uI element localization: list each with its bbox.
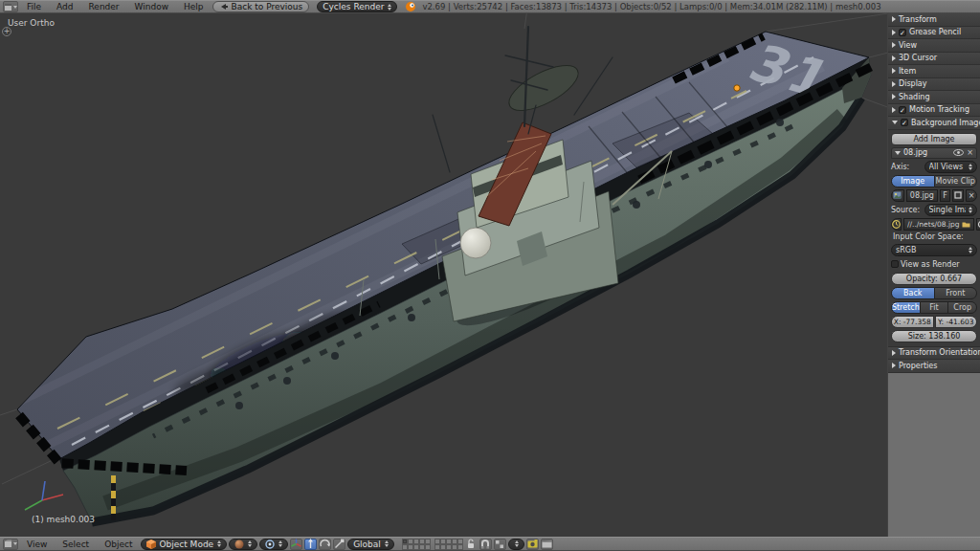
radome: [460, 228, 491, 258]
manipulator-toggle[interactable]: [290, 539, 302, 550]
panel-display[interactable]: Display: [888, 78, 980, 92]
offset-y-field[interactable]: Y: -41.603: [935, 316, 978, 328]
panel-view[interactable]: View: [888, 39, 980, 53]
panel-item[interactable]: Item: [888, 65, 980, 78]
rotate-icon: [320, 539, 330, 549]
translate-icon: [305, 539, 316, 549]
scale-icon: [334, 539, 345, 549]
object-mode-cube-icon: [146, 540, 156, 549]
rotate-manipulator-button[interactable]: [319, 539, 331, 550]
snap-increment-icon: [495, 540, 504, 549]
menu-window[interactable]: Window: [128, 2, 176, 11]
menu-file[interactable]: File: [20, 2, 48, 11]
pack-icon: [954, 191, 962, 199]
image-source-icon-button[interactable]: [891, 218, 902, 231]
back-button[interactable]: Back: [891, 287, 935, 299]
snap-target-select[interactable]: [508, 539, 524, 550]
single-image-icon: [892, 220, 901, 229]
camera-icon: [527, 540, 538, 548]
snap-toggle-button[interactable]: [479, 539, 492, 550]
properties-region: Transform Grease Pencil View 3D Cursor I…: [887, 13, 980, 537]
active-object-label: (1) mesh0.003: [32, 515, 95, 524]
axis-select[interactable]: All Views: [924, 161, 978, 173]
lock-to-scene-button[interactable]: [465, 539, 478, 550]
region-expand-icon[interactable]: +: [2, 27, 11, 36]
crop-button[interactable]: Crop: [948, 301, 977, 314]
editor-type-icon-3dview[interactable]: [3, 539, 18, 550]
shading-sphere-icon: [234, 540, 244, 549]
panel-transform-orientations[interactable]: Transform Orientations: [888, 347, 980, 361]
background-images-checkbox[interactable]: [901, 119, 908, 126]
image-name-field[interactable]: 08.jpg: [906, 189, 938, 202]
eye-icon[interactable]: [953, 149, 964, 156]
lock-icon: [466, 539, 476, 549]
layer-selector[interactable]: [402, 539, 463, 550]
viewport-shading-select[interactable]: [229, 539, 257, 550]
viewport-header: View Select Object Object Mode Glob: [0, 537, 980, 551]
fit-button[interactable]: Fit: [921, 301, 949, 314]
back-to-previous-button[interactable]: Back to Previous: [212, 1, 310, 12]
refresh-icon: [977, 220, 980, 229]
panel-background-images[interactable]: Background Images: [888, 117, 980, 130]
dish-radar: [502, 56, 585, 120]
offset-x-field[interactable]: X: -77.358: [891, 316, 934, 328]
render-engine-select[interactable]: Cycles Render: [317, 1, 397, 12]
panel-properties[interactable]: Properties: [888, 360, 980, 373]
3d-viewport[interactable]: 31: [0, 13, 980, 537]
panel-shading[interactable]: Shading: [888, 91, 980, 104]
view-as-render-checkbox[interactable]: [891, 260, 899, 268]
filepath-field[interactable]: //../nets/08.jpg: [903, 218, 974, 231]
front-button[interactable]: Front: [935, 287, 978, 299]
source-label: Source:: [891, 206, 923, 214]
grease-pencil-checkbox[interactable]: [899, 29, 906, 36]
background-images-panel-body: Add Image 08.jpg × Axis: All Views Image…: [888, 130, 980, 347]
transform-orientation-select[interactable]: Global: [347, 539, 394, 550]
scale-manipulator-button[interactable]: [333, 539, 345, 550]
menu-view[interactable]: View: [20, 540, 54, 549]
pivot-point-select[interactable]: [259, 539, 288, 550]
filepath-row: //../nets/08.jpg: [891, 218, 977, 231]
opacity-slider[interactable]: Opacity: 0.667: [891, 273, 977, 285]
folder-icon[interactable]: [962, 221, 970, 228]
snap-element-button[interactable]: [494, 539, 506, 550]
blender-logo-icon: [405, 1, 416, 12]
reload-image-button[interactable]: [976, 218, 980, 231]
editor-type-icon[interactable]: [3, 1, 18, 12]
opengl-render-button[interactable]: [526, 539, 539, 550]
bow-striped-pole: [111, 475, 116, 520]
panel-3d-cursor[interactable]: 3D Cursor: [888, 53, 980, 66]
pivot-icon: [265, 540, 275, 549]
size-field[interactable]: Size: 138.160: [891, 330, 977, 342]
pack-image-button[interactable]: [952, 189, 964, 202]
translate-manipulator-button[interactable]: [304, 539, 317, 550]
mode-select[interactable]: Object Mode: [141, 539, 227, 550]
panel-grease-pencil[interactable]: Grease Pencil: [888, 27, 980, 40]
viewport-view-label: User Ortho: [8, 18, 55, 28]
menu-select[interactable]: Select: [56, 540, 96, 549]
depth-toggle: Back Front: [891, 287, 977, 299]
background-image-item-header[interactable]: 08.jpg ×: [891, 147, 977, 159]
back-arrow-icon: [219, 3, 229, 11]
blender-window: 31: [0, 0, 980, 551]
colorspace-label: Input Color Space:: [891, 232, 977, 242]
unlink-image-button[interactable]: ×: [966, 189, 977, 202]
colorspace-select[interactable]: sRGB: [891, 244, 977, 256]
info-header: File Add Render Window Help Back to Prev…: [0, 0, 980, 13]
remove-image-icon[interactable]: ×: [967, 148, 973, 157]
menu-render[interactable]: Render: [82, 2, 126, 11]
fake-user-button[interactable]: F: [940, 189, 950, 202]
stretch-button[interactable]: Stretch: [891, 301, 921, 314]
source-select[interactable]: Single Image: [924, 204, 978, 216]
opengl-render-anim-button[interactable]: [541, 539, 553, 550]
menu-object[interactable]: Object: [98, 540, 139, 549]
panel-motion-tracking[interactable]: Motion Tracking: [888, 104, 980, 118]
browse-image-button[interactable]: [891, 189, 904, 202]
movie-clip-toggle-button[interactable]: Movie Clip: [935, 175, 978, 187]
image-toggle-button[interactable]: Image: [891, 175, 935, 187]
menu-add[interactable]: Add: [50, 2, 79, 11]
add-image-button[interactable]: Add Image: [891, 133, 977, 145]
motion-tracking-checkbox[interactable]: [899, 106, 906, 114]
manipulator-axes-icon: [291, 539, 301, 549]
panel-transform[interactable]: Transform: [888, 13, 980, 27]
menu-help[interactable]: Help: [177, 2, 211, 11]
